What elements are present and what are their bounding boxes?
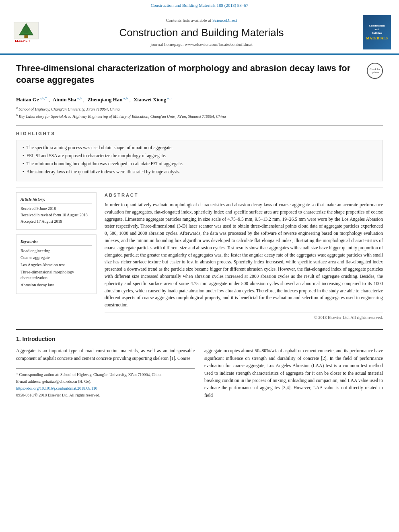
contents-label: Contents lists available at xyxy=(166,18,211,23)
elsevier-tree-icon: ELSEVIER xyxy=(12,21,40,43)
highlight-3-text: The minimum bounding box algorithm was d… xyxy=(27,160,183,167)
bullet-1: • xyxy=(23,144,24,150)
highlights-section: HIGHLIGHTS • The specific scanning proce… xyxy=(16,131,383,181)
journal-title: Construction and Building Materials xyxy=(44,25,359,40)
author-2-sup: a,b xyxy=(76,96,82,100)
affiliations: a School of Highway, Chang'an University… xyxy=(16,106,383,120)
highlights-box: • The specific scanning process was used… xyxy=(16,140,383,181)
svg-point-4 xyxy=(23,26,30,33)
article-info-abstract-section: Article history: Received 9 June 2018 Re… xyxy=(16,192,383,321)
highlight-1: • The specific scanning process was used… xyxy=(23,144,376,151)
intro-two-col: Aggregate is an important type of road c… xyxy=(16,347,383,403)
page: Construction and Building Materials 188 … xyxy=(0,0,399,532)
sciencedirect-link[interactable]: ScienceDirect xyxy=(212,18,237,23)
cover-box: Construction and Building MATERIALS xyxy=(363,15,391,49)
highlight-3: • The minimum bounding box algorithm was… xyxy=(23,160,376,167)
keyword-2: Coarse aggregate xyxy=(21,255,92,261)
intro-right-para1: aggregate occupies almost 50–80%/wt. of … xyxy=(204,347,383,399)
doi-link[interactable]: https://doi.org/10.1016/j.conbuildmat.20… xyxy=(16,386,97,390)
author-4-sup: a,b xyxy=(166,96,171,100)
cover-line1: Construction and Building xyxy=(369,24,385,35)
cover-materials: MATERIALS xyxy=(366,36,388,41)
affil-2-text: Key Laboratory for Special Area Highway … xyxy=(19,115,226,119)
email-value: gehaitao@chd.edu.cn (H. Ge). xyxy=(42,379,91,384)
keywords-title: Keywords: xyxy=(21,239,92,246)
author-1: Haitao Ge xyxy=(16,97,39,103)
check-for-updates-badge: Check for updates xyxy=(367,63,383,79)
article-history-title: Article history: xyxy=(21,197,92,203)
left-column: Article history: Received 9 June 2018 Re… xyxy=(16,192,97,321)
author-1-sup: a,b,* xyxy=(39,96,47,100)
highlight-1-text: The specific scanning process was used o… xyxy=(27,144,173,151)
bullet-4: • xyxy=(23,168,24,175)
highlight-4-text: Abrasion decay laws of the quantitative … xyxy=(27,168,181,175)
elsevier-logo: ELSEVIER xyxy=(8,21,44,43)
affil-2-sup: b xyxy=(16,113,18,117)
svg-text:ELSEVIER: ELSEVIER xyxy=(15,39,30,43)
abstract-label: ABSTRACT xyxy=(105,192,383,198)
affiliation-1: a School of Highway, Chang'an University… xyxy=(16,106,383,112)
footnote-section: * Corresponding author at: School of Hig… xyxy=(16,368,195,398)
article-title-section: Three-dimensional characterization of mo… xyxy=(16,63,383,90)
main-content: Three-dimensional characterization of mo… xyxy=(0,55,399,411)
introduction-section: 1. Introduction Aggregate is an importan… xyxy=(16,329,383,403)
highlight-2-text: FEI, SI and SSA are proposed to characte… xyxy=(27,152,166,159)
right-column: ABSTRACT In order to quantitatively eval… xyxy=(105,192,383,321)
highlight-2: • FEI, SI and SSA are proposed to charac… xyxy=(23,152,376,159)
divider-1 xyxy=(16,125,383,126)
keyword-1: Road engineering xyxy=(21,248,92,254)
keywords-box: Keywords: Road engineering Coarse aggreg… xyxy=(16,234,97,294)
article-title-text: Three-dimensional characterization of mo… xyxy=(16,63,361,90)
author-2: Aimin Sha xyxy=(53,97,76,103)
svg-rect-1 xyxy=(24,35,28,38)
highlight-4: • Abrasion decay laws of the quantitativ… xyxy=(23,168,376,175)
author-4: Xiaowei Xiong xyxy=(134,97,166,103)
highlights-label: HIGHLIGHTS xyxy=(16,131,383,137)
section-title: Introduction xyxy=(23,336,56,342)
copyright-line: © 2018 Elsevier Ltd. All rights reserved… xyxy=(105,312,383,321)
journal-header: ELSEVIER Contents lists available at Sci… xyxy=(0,11,399,55)
journal-cover-image: Construction and Building MATERIALS xyxy=(359,15,391,49)
journal-ref: Construction and Building Materials 188 … xyxy=(151,3,249,8)
keyword-5: Abrasion decay law xyxy=(21,282,92,288)
affil-1-text: School of Highway, Chang'an University, … xyxy=(19,107,120,111)
abstract-text: In order to quantitatively evaluate morp… xyxy=(105,201,383,309)
homepage-label: journal homepage: www.elsevier.com/locat… xyxy=(150,42,252,47)
intro-right: aggregate occupies almost 50–80%/wt. of … xyxy=(204,347,383,403)
footnote-doi: https://doi.org/10.1016/j.conbuildmat.20… xyxy=(16,386,195,391)
section-number: 1. xyxy=(16,336,21,342)
footnote-corresponding: * Corresponding author at: School of Hig… xyxy=(16,372,195,378)
footnote-issn: 0950-0618/© 2018 Elsevier Ltd. All right… xyxy=(16,392,195,398)
bullet-2: • xyxy=(23,152,24,158)
revised-date: Received in revised form 10 August 2018 xyxy=(21,212,92,218)
article-main-title: Three-dimensional characterization of mo… xyxy=(16,63,361,86)
accepted-date: Accepted 17 August 2018 xyxy=(21,219,92,224)
top-ref-bar: Construction and Building Materials 188 … xyxy=(0,0,399,11)
email-label: E-mail address: xyxy=(16,379,41,384)
author-3: Zhenqiang Han xyxy=(87,97,122,103)
keyword-3: Los Angeles Abrasion test xyxy=(21,262,92,268)
journal-center: Contents lists available at ScienceDirec… xyxy=(44,17,359,47)
received-date: Received 9 June 2018 xyxy=(21,206,92,212)
author-3-sup: a,b xyxy=(122,96,128,100)
article-info-box: Article history: Received 9 June 2018 Re… xyxy=(16,192,97,230)
footnote-email: E-mail address: gehaitao@chd.edu.cn (H. … xyxy=(16,379,195,384)
divider-2 xyxy=(16,187,383,187)
sciencedirect-line: Contents lists available at ScienceDirec… xyxy=(44,17,359,23)
affil-1-sup: a xyxy=(16,106,18,110)
intro-heading: 1. Introduction xyxy=(16,335,383,343)
check-badge-text: Check for updates xyxy=(368,68,382,74)
intro-left-para1: Aggregate is an important type of road c… xyxy=(16,347,195,362)
bullet-3: • xyxy=(23,160,24,166)
intro-left: Aggregate is an important type of road c… xyxy=(16,347,195,403)
keyword-4: Three-dimensional morphology characteriz… xyxy=(21,269,92,281)
journal-homepage: journal homepage: www.elsevier.com/locat… xyxy=(44,41,359,47)
authors-line: Haitao Ge a,b,*, Aimin Sha a,b, Zhenqian… xyxy=(16,96,383,104)
affiliation-2: b Key Laboratory for Special Area Highwa… xyxy=(16,113,383,119)
